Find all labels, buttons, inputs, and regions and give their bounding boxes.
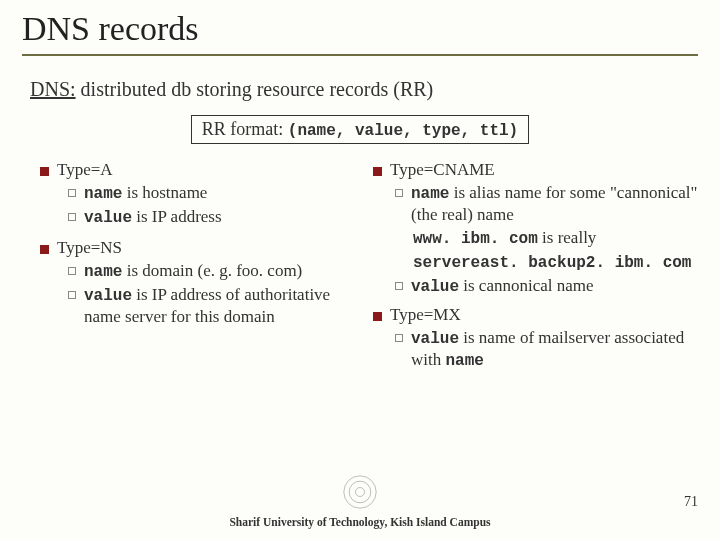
bullet-filled-icon [373,167,382,176]
bullet-open-icon [68,213,76,221]
title-rule [22,54,698,56]
page-title: DNS records [22,10,698,48]
bullet-open-icon [395,334,403,342]
rr-format-label: RR format: [202,119,288,139]
code-name: name [84,263,122,281]
code-value: value [411,278,459,296]
bullet-filled-icon [40,167,49,176]
type-a-b2: value is IP address [40,206,367,228]
type-ns-label: Type=NS [57,238,122,258]
text: is hostname [122,183,207,202]
text: is really [538,228,597,247]
subtitle: DNS: distributed db storing resource rec… [0,60,720,107]
code-value: value [84,209,132,227]
type-a-label: Type=A [57,160,113,180]
rr-format-tuple: (name, value, type, ttl) [288,122,518,140]
svg-point-2 [356,488,365,497]
svg-point-1 [349,481,371,503]
bullet-open-icon [395,189,403,197]
subtitle-prefix: DNS: [30,78,76,100]
type-mx-label: Type=MX [390,305,461,325]
type-cname-head: Type=CNAME [373,160,700,180]
code-name: name [84,185,122,203]
type-mx-head: Type=MX [373,305,700,325]
text: is cannonical name [459,276,594,295]
bullet-open-icon [68,189,76,197]
type-a-b1: name is hostname [40,182,367,204]
type-ns-b2: value is IP address of authoritative nam… [40,284,367,327]
seal-icon [342,474,378,510]
text: is IP address [132,207,222,226]
rr-format-box: RR format: (name, value, type, ttl) [191,115,529,144]
text: is alias name for some "cannonical" (the… [411,183,697,224]
type-cname-b2: value is cannonical name [373,275,700,297]
type-cname-b1: name is alias name for some "cannonical"… [373,182,700,225]
page-number: 71 [684,494,698,510]
bullet-open-icon [68,291,76,299]
code-name: name [411,185,449,203]
code-example: servereast. backup2. ibm. com [413,254,691,272]
type-a-head: Type=A [40,160,367,180]
svg-point-0 [344,476,376,508]
type-ns-head: Type=NS [40,238,367,258]
text: is domain (e. g. foo. com) [122,261,302,280]
type-ns-b1: name is domain (e. g. foo. com) [40,260,367,282]
right-column: Type=CNAME name is alias name for some "… [373,154,700,373]
left-column: Type=A name is hostname value is IP addr… [40,154,367,373]
subtitle-rest: distributed db storing resource records … [76,78,434,100]
footer: Sharif University of Technology, Kish Is… [0,516,720,528]
bullet-open-icon [395,282,403,290]
type-cname-ex1: www. ibm. com is really [373,227,700,249]
code-example: www. ibm. com [413,230,538,248]
bullet-open-icon [68,267,76,275]
code-name: name [445,352,483,370]
bullet-filled-icon [40,245,49,254]
type-cname-label: Type=CNAME [390,160,495,180]
type-cname-ex2: servereast. backup2. ibm. com [373,251,700,273]
type-mx-b1: value is name of mailserver associated w… [373,327,700,371]
code-value: value [411,330,459,348]
bullet-filled-icon [373,312,382,321]
code-value: value [84,287,132,305]
